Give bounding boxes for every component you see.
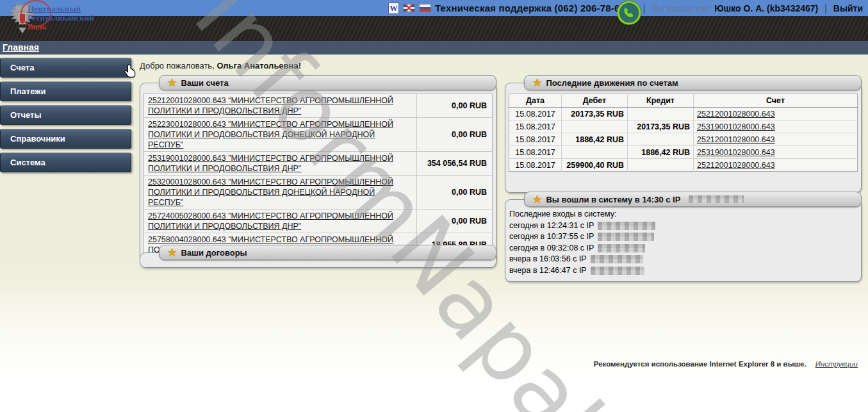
movement-credit xyxy=(628,133,694,146)
content-area: Счета Платежи Отчеты Справочники Система… xyxy=(0,54,868,412)
session-panel-header[interactable]: ★ Вы вошли в систему в 14:30 с IP xyxy=(524,192,862,207)
column-header-credit: Кредит xyxy=(628,94,694,108)
redacted-ip xyxy=(598,233,654,241)
bank-logo[interactable]: Центральный Республиканский Банк xyxy=(0,0,154,40)
movement-account-link[interactable]: 25212001028000.643 xyxy=(697,110,775,119)
account-link[interactable]: 25223001028000.643 "МИНИСТЕРСТВО АГРОПРО… xyxy=(148,119,411,150)
bank-name: Центральный Республиканский Банк xyxy=(28,4,94,31)
movement-account-link[interactable]: 25319001028000.643 xyxy=(697,122,775,131)
account-balance: 354 056,54 RUB xyxy=(416,152,492,175)
login-entry: вчера в 16:03:56 с IP xyxy=(509,254,587,263)
account-link[interactable]: 25212001028000.643 "МИНИСТЕРСТВО АГРОПРО… xyxy=(148,95,411,116)
movement-debit xyxy=(562,146,628,159)
star-icon: ★ xyxy=(168,248,176,257)
support-group: W Техническая поддержка (062) 206-78-69 … xyxy=(388,0,634,16)
login-entry: сегодня в 09:32:08 с IP xyxy=(509,243,594,252)
account-link[interactable]: 25319001028000.643 "МИНИСТЕРСТВО АГРОПРО… xyxy=(148,153,411,174)
account-row: 25724005028000.643 "МИНИСТЕРСТВО АГРОПРО… xyxy=(144,210,492,233)
separator: | xyxy=(823,3,828,13)
home-link[interactable]: Главная xyxy=(3,42,39,53)
movement-date: 15.08.2017 xyxy=(509,159,562,172)
login-history-row: сегодня в 12:24:31 с IP xyxy=(509,220,856,232)
login-history-label: Последние входы в систему: xyxy=(509,209,856,220)
welcome-message: Добро пожаловать, Ольга Анатольевна! xyxy=(140,61,301,70)
redacted-ip xyxy=(598,222,655,230)
movements-panel-body: Дата Дебет Кредит Счет 15.08.2017 20173,… xyxy=(505,83,862,193)
star-icon: ★ xyxy=(168,78,176,87)
sidebar-item-system[interactable]: Система xyxy=(0,152,131,172)
movement-debit xyxy=(562,120,628,133)
movements-panel: ★ Последние движения по счетам Дата Дебе… xyxy=(505,75,862,193)
session-panel: ★ Вы вошли в систему в 14:30 с IP Послед… xyxy=(505,192,862,282)
movement-account-link[interactable]: 25319001028000.643 xyxy=(697,148,775,157)
footer: Рекомендуется использование Internet Exp… xyxy=(594,360,858,368)
movements-panel-header[interactable]: ★ Последние движения по счетам xyxy=(524,75,862,90)
movement-row: 15.08.2017 20173,35 RUB 25212001028000.6… xyxy=(509,108,858,120)
movement-row: 15.08.2017 259900,40 RUB 25212001028000.… xyxy=(509,159,858,172)
movement-debit: 20173,35 RUB xyxy=(562,108,628,120)
movements-table: Дата Дебет Кредит Счет 15.08.2017 20173,… xyxy=(509,94,858,172)
movement-credit: 1886,42 RUB xyxy=(628,146,694,159)
account-row: 25320001028000.643 "МИНИСТЕРСТВО АГРОПРО… xyxy=(144,176,492,210)
movement-credit xyxy=(628,108,694,120)
sidebar-item-reports[interactable]: Отчеты xyxy=(0,105,131,125)
instructions-link[interactable]: Инструкции xyxy=(815,360,858,368)
movement-debit: 1886,42 RUB xyxy=(562,133,628,146)
bank-name-line3: Банк xyxy=(28,22,94,31)
document-icon[interactable]: W xyxy=(388,3,399,14)
accounts-panel-title: Ваши счета xyxy=(181,78,228,88)
movements-panel-title: Последние движения по счетам xyxy=(546,78,678,88)
column-header-account: Счет xyxy=(694,94,858,108)
star-icon: ★ xyxy=(533,78,541,87)
login-entry: сегодня в 12:24:31 с IP xyxy=(509,221,594,230)
sidebar-item-references[interactable]: Справочники xyxy=(0,129,131,149)
redacted-ip xyxy=(598,244,645,252)
movement-row: 15.08.2017 1886,42 RUB 25319001028000.64… xyxy=(509,146,858,159)
account-balance: 0,00 RUB xyxy=(416,210,492,233)
logout-button[interactable]: Выйти xyxy=(833,3,863,13)
uk-flag-icon[interactable] xyxy=(403,4,415,12)
movement-date: 15.08.2017 xyxy=(509,108,562,120)
accounts-table: 25212001028000.643 "МИНИСТЕРСТВО АГРОПРО… xyxy=(143,94,493,257)
login-history-row: сегодня в 09:32:08 с IP xyxy=(509,243,856,254)
session-panel-title: Вы вошли в систему в 14:30 с IP xyxy=(546,195,680,204)
bank-name-line2: Республиканский xyxy=(28,13,94,22)
contracts-panel-title: Ваши договоры xyxy=(181,248,247,258)
logged-in-as-label: Вы вошли как xyxy=(651,3,709,13)
account-row: 25223001028000.643 "МИНИСТЕРСТВО АГРОПРО… xyxy=(144,118,492,152)
movement-credit xyxy=(628,159,694,172)
session-controls: | Вы вошли как Юшко О. А. (kb3432467) | … xyxy=(642,0,863,16)
accounts-panel-header[interactable]: ★ Ваши счета xyxy=(159,75,496,90)
account-balance: 0,00 RUB xyxy=(416,118,492,151)
redacted-ip xyxy=(591,267,644,275)
login-entry: сегодня в 10:37:55 с IP xyxy=(509,232,594,241)
account-link[interactable]: 25724005028000.643 "МИНИСТЕРСТВО АГРОПРО… xyxy=(148,211,411,231)
account-link[interactable]: 25320001028000.643 "МИНИСТЕРСТВО АГРОПРО… xyxy=(148,177,411,208)
accounts-panel: ★ Ваши счета 25212001028000.643 "МИНИСТЕ… xyxy=(140,75,496,261)
sidebar-item-payments[interactable]: Платежи xyxy=(0,81,131,101)
russia-flag-icon[interactable] xyxy=(419,4,431,12)
movement-account-link[interactable]: 25212001028000.643 xyxy=(697,135,775,144)
account-balance: 0,00 RUB xyxy=(416,176,492,209)
movement-row: 15.08.2017 20173,35 RUB 25319001028000.6… xyxy=(509,120,858,133)
phone-icon[interactable] xyxy=(617,1,641,25)
movement-row: 15.08.2017 1886,42 RUB 25212001028000.64… xyxy=(509,133,858,146)
redacted-ip xyxy=(689,195,744,203)
sidebar-item-accounts[interactable]: Счета xyxy=(0,58,131,78)
movement-date: 15.08.2017 xyxy=(509,133,562,146)
movement-debit: 259900,40 RUB xyxy=(562,159,628,172)
movement-account-link[interactable]: 25212001028000.643 xyxy=(697,161,775,170)
column-header-date: Дата xyxy=(509,94,562,108)
login-history-row: вчера в 16:03:56 с IP xyxy=(509,254,856,265)
mouse-cursor-icon xyxy=(124,64,137,82)
browser-recommendation: Рекомендуется использование Internet Exp… xyxy=(594,360,807,368)
movements-header-row: Дата Дебет Кредит Счет xyxy=(509,94,858,108)
account-row: 25319001028000.643 "МИНИСТЕРСТВО АГРОПРО… xyxy=(144,152,492,176)
movement-credit: 20173,35 RUB xyxy=(628,120,694,133)
banking-home-page: W Техническая поддержка (062) 206-78-69 … xyxy=(0,0,868,412)
movement-date: 15.08.2017 xyxy=(509,120,562,133)
bank-name-line1: Центральный xyxy=(28,4,94,13)
redacted-ip xyxy=(591,255,643,263)
contracts-panel-header[interactable]: ★ Ваши договоры xyxy=(159,245,496,260)
star-icon: ★ xyxy=(533,195,541,204)
